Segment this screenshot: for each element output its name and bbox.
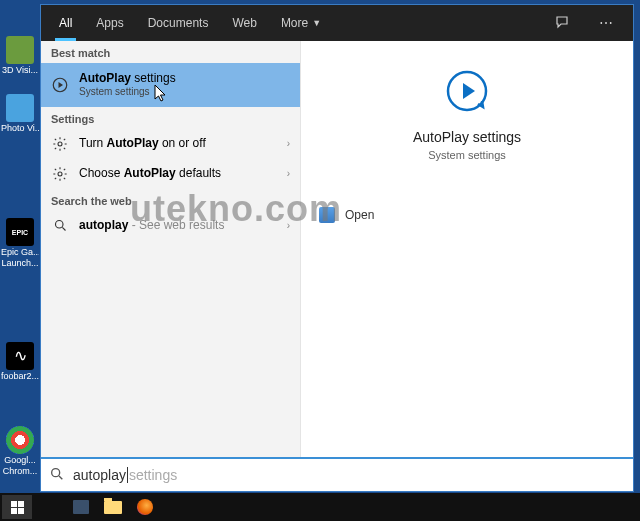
preview-pane: AutoPlay settings System settings Open bbox=[301, 41, 633, 457]
action-open[interactable]: Open bbox=[301, 199, 633, 231]
chevron-right-icon: › bbox=[287, 138, 290, 149]
tab-documents[interactable]: Documents bbox=[136, 5, 221, 41]
svg-point-3 bbox=[55, 221, 63, 229]
desktop-icon-foobar[interactable]: ∿foobar2... bbox=[2, 342, 38, 394]
search-icon bbox=[49, 466, 67, 484]
svg-point-5 bbox=[52, 469, 60, 477]
gear-icon bbox=[51, 135, 69, 153]
desktop-icon-photoviewer[interactable]: Photo Vi... bbox=[2, 94, 38, 146]
start-button[interactable] bbox=[2, 495, 32, 519]
section-settings: Settings bbox=[41, 107, 300, 129]
result-autoplay-settings[interactable]: AutoPlay settings System settings bbox=[41, 63, 300, 107]
options-icon[interactable]: ⋯ bbox=[585, 15, 627, 31]
svg-point-1 bbox=[58, 142, 62, 146]
firefox-icon bbox=[137, 499, 153, 515]
search-input[interactable]: autoplay settings bbox=[41, 457, 633, 491]
tab-apps[interactable]: Apps bbox=[84, 5, 135, 41]
taskbar-app-1[interactable] bbox=[66, 495, 96, 519]
chevron-down-icon: ▼ bbox=[312, 18, 321, 28]
desktop-icon-3dvision[interactable]: 3D Visi... bbox=[2, 36, 38, 88]
section-best-match: Best match bbox=[41, 41, 300, 63]
svg-point-2 bbox=[58, 172, 62, 176]
desktop-icons: 3D Visi... Photo Vi... EPICEpic Ga...Lau… bbox=[2, 36, 40, 478]
result-choose-autoplay[interactable]: Choose AutoPlay defaults › bbox=[41, 159, 300, 189]
result-web-autoplay[interactable]: autoplay - See web results › bbox=[41, 211, 300, 241]
search-typed-text: autoplay bbox=[73, 467, 126, 483]
desktop-icon-epic[interactable]: EPICEpic Ga...Launch... bbox=[2, 218, 38, 270]
gear-icon bbox=[51, 165, 69, 183]
tab-all[interactable]: All bbox=[47, 5, 84, 41]
tab-more[interactable]: More▼ bbox=[269, 5, 333, 41]
cortana-button[interactable] bbox=[34, 495, 64, 519]
taskbar bbox=[0, 493, 640, 521]
section-web: Search the web bbox=[41, 189, 300, 211]
file-explorer-button[interactable] bbox=[98, 495, 128, 519]
autoplay-large-icon bbox=[443, 67, 491, 115]
windows-logo-icon bbox=[11, 501, 24, 514]
search-icon bbox=[51, 217, 69, 235]
desktop-icon-chrome[interactable]: Googl...Chrom... bbox=[2, 426, 38, 478]
tab-web[interactable]: Web bbox=[220, 5, 268, 41]
folder-icon bbox=[104, 501, 122, 514]
autoplay-icon bbox=[51, 76, 69, 94]
chevron-right-icon: › bbox=[287, 168, 290, 179]
search-suggestion: settings bbox=[129, 467, 177, 483]
preview-title: AutoPlay settings bbox=[413, 129, 521, 145]
result-turn-autoplay[interactable]: Turn AutoPlay on or off › bbox=[41, 129, 300, 159]
search-panel: All Apps Documents Web More▼ ⋯ Best matc… bbox=[40, 4, 634, 492]
chevron-right-icon: › bbox=[287, 220, 290, 231]
feedback-icon[interactable] bbox=[541, 15, 585, 31]
open-icon bbox=[319, 207, 335, 223]
results-list: Best match AutoPlay settings System sett… bbox=[41, 41, 301, 457]
search-tabs: All Apps Documents Web More▼ ⋯ bbox=[41, 5, 633, 41]
text-cursor bbox=[127, 467, 128, 483]
preview-subtitle: System settings bbox=[428, 149, 506, 161]
firefox-button[interactable] bbox=[130, 495, 160, 519]
